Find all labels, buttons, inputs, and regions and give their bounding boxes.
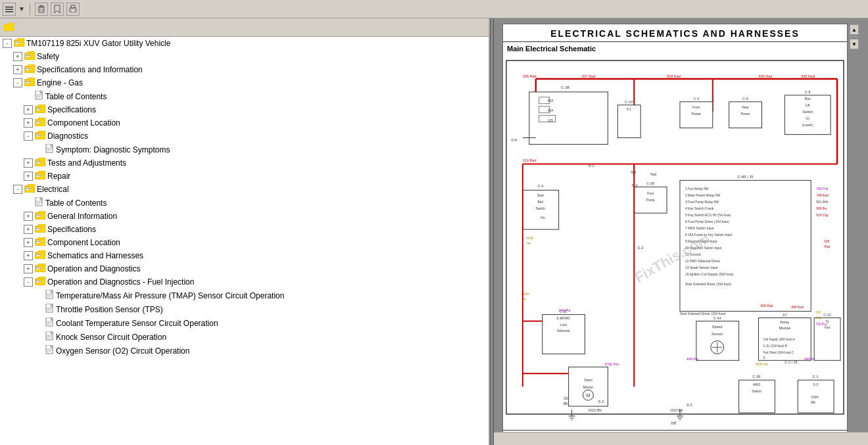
tree-item-eg-comp[interactable]: + Component Location <box>0 116 489 129</box>
svg-rect-61 <box>36 227 40 230</box>
expand-icon-specs-info[interactable]: + <box>13 65 22 74</box>
expand-icon-eg-tests[interactable]: + <box>24 158 33 168</box>
svg-text:Belt: Belt <box>538 200 544 204</box>
svg-text:C-1: C-1 <box>813 375 819 379</box>
tree-label-fi-tmap: Temperature/Mass Air Pressure (TMAP) Sen… <box>56 291 284 300</box>
expand-icon-eg-spec[interactable]: + <box>24 105 33 114</box>
toolbar-icons: ▼ <box>3 3 80 16</box>
folder-icon-eg-comp <box>35 118 45 128</box>
folder-icon-engine-gas <box>24 78 35 88</box>
svg-text:Seat: Seat <box>537 193 544 197</box>
svg-text:561 Wht: 561 Wht <box>816 200 829 204</box>
svg-text:125: 125 <box>548 118 554 122</box>
tree-root: - TM107119 825i XUV Gator Utility Vehicl… <box>0 37 489 358</box>
tree-item-el-opdiag[interactable]: + Operation and Diagnostics <box>0 262 489 275</box>
bookmark-button[interactable] <box>51 3 64 16</box>
tree-item-safety[interactable]: + Safety <box>0 50 489 63</box>
tree-item-eg-diag-symp[interactable]: Symptom: Diagnostic Symptoms <box>0 143 489 156</box>
svg-text:S-2: S-2 <box>637 246 644 250</box>
main-layout: - TM107119 825i XUV Gator Utility Vehicl… <box>0 18 868 445</box>
svg-text:420E: 420E <box>526 236 534 240</box>
svg-text:12 4WD Solenoid Driver: 12 4WD Solenoid Driver <box>685 259 721 263</box>
folder-icon-el-opdiag-fi <box>35 277 45 287</box>
svg-rect-5 <box>39 7 44 12</box>
page-footer: Electrical Schematics and Harnesses - 11… <box>503 430 847 432</box>
svg-text:Speed: Speed <box>712 325 723 329</box>
expand-icon-el-general[interactable]: + <box>24 212 33 221</box>
scroll-down-button[interactable]: ▼ <box>850 39 859 49</box>
tree-item-eg-diag[interactable]: - Diagnostics <box>0 129 489 143</box>
tree-item-fi-tmap[interactable]: Temperature/Mass Air Pressure (TMAP) Sen… <box>0 289 489 302</box>
dropdown-arrow[interactable]: ▼ <box>18 5 25 12</box>
svg-text:205 Rad: 205 Rad <box>523 74 537 78</box>
expand-icon-eg-diag[interactable]: - <box>24 131 33 141</box>
schematic-svg: C-38 40A 40A 125 205 Rad 207 Rad 508 Rad… <box>503 55 847 430</box>
tree-item-fi-coolant[interactable]: Coolant Temperature Sensor Circuit Opera… <box>0 316 489 330</box>
tree-item-electrical[interactable]: - Electrical <box>0 183 489 196</box>
folder-icon-eg-tests <box>35 158 45 168</box>
print-button[interactable] <box>66 3 80 16</box>
svg-text:E-MFWD: E-MFWD <box>556 316 570 320</box>
svg-text:M: M <box>587 393 591 398</box>
svg-text:Solenoid: Solenoid <box>557 329 570 333</box>
tree-item-eg-spec[interactable]: + Specifications <box>0 103 489 116</box>
tree-label-el-spec: Specifications <box>47 225 96 234</box>
tree-item-el-general[interactable]: + General Information <box>0 210 489 223</box>
folder-icon-el-comp <box>35 237 45 248</box>
doc-icon-eg-diag-symp <box>45 144 54 155</box>
tree-item-eg-repair[interactable]: + Repair <box>0 170 489 183</box>
left-panel: - TM107119 825i XUV Gator Utility Vehicl… <box>0 18 490 445</box>
svg-text:1010.Blk: 1010.Blk <box>670 408 683 412</box>
expand-icon-safety[interactable]: + <box>13 52 22 61</box>
svg-text:Switch: Switch <box>802 110 813 114</box>
tree-item-engine-gas[interactable]: - Engine - Gas <box>0 76 489 89</box>
tree-item-el-spec[interactable]: + Specifications <box>0 223 489 236</box>
expand-icon-engine-gas[interactable]: - <box>13 78 22 87</box>
tree-label-engine-gas: Engine - Gas <box>37 78 83 87</box>
tree-item-specs-info[interactable]: + Specifications and Information <box>0 63 489 76</box>
right-panel: ELECTRICAL SCHEMATICS AND HARNESSES Main… <box>494 18 868 445</box>
svg-text:506: 506 <box>824 239 830 243</box>
tree-item-fi-o2[interactable]: Oxygen Sensor (O2) Circuit Operation <box>0 344 489 358</box>
expand-icon-root[interactable]: - <box>3 39 12 48</box>
tree-item-el-opdiag-fi[interactable]: - Operation and Diagnostics - Fuel Injec… <box>0 275 489 289</box>
svg-rect-73 <box>36 280 40 283</box>
tree-item-eg-toc[interactable]: Table of Contents <box>0 89 489 103</box>
right-scrollbar[interactable]: ▲ ▼ <box>849 24 859 50</box>
svg-text:5 Key Switch ECU 8V (5A fuse): 5 Key Switch ECU 8V (5A fuse) <box>685 213 731 217</box>
folder-icon-el-schema <box>35 250 45 261</box>
tree-item-el-schema[interactable]: + Schematics and Harnesses <box>0 249 489 262</box>
tree-item-el-comp[interactable]: + Component Location <box>0 236 489 249</box>
tree-item-eg-tests[interactable]: + Tests and Adjustments <box>0 156 489 170</box>
folder-icon-eg-spec <box>35 105 45 115</box>
svg-text:999 Rad: 999 Rad <box>791 305 804 309</box>
expand-icon-eg-repair[interactable]: + <box>24 172 33 181</box>
scroll-up-button[interactable]: ▲ <box>850 24 859 35</box>
tree-container[interactable]: - TM107119 825i XUV Gator Utility Vehicl… <box>0 37 489 445</box>
expand-icon-el-opdiag[interactable]: + <box>24 264 33 273</box>
svg-text:Coil Supply (30A fuse) A: Coil Supply (30A fuse) A <box>763 338 794 341</box>
doc-icon-fi-tps <box>45 304 54 315</box>
svg-text:3 Fuel Pump Relay 5W: 3 Fuel Pump Relay 5W <box>685 200 719 204</box>
delete-button[interactable] <box>35 3 48 16</box>
expand-icon-el-comp[interactable]: + <box>24 238 33 247</box>
expand-icon-el-schema[interactable]: + <box>24 251 33 260</box>
svg-text:Lock: Lock <box>560 323 567 327</box>
svg-text:100A: 100A <box>811 395 819 399</box>
expand-icon-el-spec[interactable]: + <box>24 225 33 234</box>
svg-text:589 8m: 589 8m <box>816 206 827 210</box>
svg-text:A44 Pur: A44 Pur <box>559 308 571 312</box>
svg-text:Power: Power <box>692 112 701 116</box>
svg-text:On: On <box>541 216 545 220</box>
svg-text:(Lower): (Lower) <box>802 123 813 127</box>
expand-icon-eg-comp[interactable]: + <box>24 118 33 128</box>
tree-item-fi-knock[interactable]: Knock Sensor Circuit Operation <box>0 330 489 344</box>
tree-item-root[interactable]: - TM107119 825i XUV Gator Utility Vehicl… <box>0 37 489 50</box>
svg-rect-70 <box>36 267 40 269</box>
svg-text:875E Pnk: 875E Pnk <box>604 362 619 366</box>
expand-icon-el-opdiag-fi[interactable]: - <box>24 277 33 287</box>
expand-icon-electrical[interactable]: - <box>13 185 22 194</box>
tree-item-el-toc[interactable]: Table of Contents <box>0 196 489 210</box>
menu-button[interactable] <box>3 3 16 16</box>
tree-item-fi-tps[interactable]: Throttle Position Sensor (TPS) <box>0 302 489 316</box>
